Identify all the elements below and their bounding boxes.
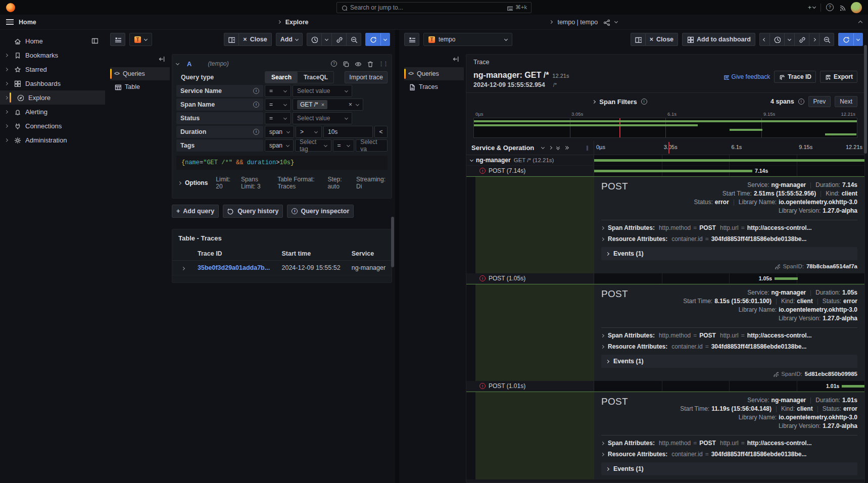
- global-search[interactable]: ⌘+k: [336, 2, 532, 13]
- prev-span-button[interactable]: Prev: [808, 96, 831, 107]
- span-filters-label[interactable]: Span Filters: [599, 98, 637, 106]
- run-query-caret[interactable]: [380, 33, 390, 46]
- collapse-sidebar-icon[interactable]: [158, 55, 165, 62]
- time-picker-caret[interactable]: [785, 33, 795, 46]
- split-button[interactable]: [631, 33, 646, 46]
- trace-id-link[interactable]: 35be0f3d29a01adda7b...: [198, 264, 270, 271]
- span-name-operator[interactable]: =: [265, 99, 291, 111]
- minimap-canvas[interactable]: [473, 118, 857, 138]
- events-row[interactable]: Events (1): [601, 355, 857, 368]
- resource-attributes-row[interactable]: Resource Attributes:container.id=304fd88…: [601, 235, 857, 243]
- span-attributes-row[interactable]: Span Attributes:http.method=POSThttp.url…: [601, 332, 857, 339]
- nav-item-table[interactable]: Table: [110, 80, 170, 93]
- export-button[interactable]: Export: [820, 71, 857, 83]
- chevron-down-icon[interactable]: [614, 20, 618, 23]
- chevron-down-icon[interactable]: [470, 158, 473, 161]
- left-pane-scrollbar[interactable]: [391, 217, 394, 267]
- sidebar-item-dashboards[interactable]: Dashboards: [0, 76, 105, 90]
- hide-query-icon[interactable]: [354, 60, 361, 67]
- pane-split-divider[interactable]: [395, 30, 399, 483]
- run-query-button[interactable]: [838, 33, 853, 46]
- resource-attributes-row[interactable]: Resource Attributes:container.id=304fd88…: [601, 343, 857, 350]
- drag-handle-icon[interactable]: ⋮⋮: [378, 61, 388, 67]
- service-name-operator[interactable]: =: [265, 85, 291, 97]
- user-avatar[interactable]: [851, 2, 862, 13]
- run-query-button[interactable]: [365, 33, 380, 46]
- query-help-icon[interactable]: ?: [331, 61, 337, 67]
- query-options-row[interactable]: Options Limit: 20 Spans Limit: 3 Table F…: [176, 173, 388, 193]
- share-icon[interactable]: [603, 19, 610, 26]
- duplicate-query-icon[interactable]: [342, 60, 349, 67]
- time-picker-button[interactable]: [307, 33, 322, 46]
- collapse-query-icon[interactable]: [176, 61, 179, 65]
- span-name-value[interactable]: GET /*× ×: [293, 99, 363, 111]
- nav-item-queries[interactable]: <> Queries: [404, 67, 464, 80]
- sidebar-item-bookmarks[interactable]: Bookmarks: [0, 48, 105, 62]
- column-service[interactable]: Service: [348, 247, 392, 261]
- queue-list-button[interactable]: [110, 33, 125, 46]
- tab-traceql[interactable]: TraceQL: [298, 72, 334, 83]
- span-bar-cell[interactable]: [594, 155, 864, 166]
- grafana-logo-icon[interactable]: [6, 3, 15, 12]
- span-bar-cell[interactable]: 7.14s: [594, 166, 864, 176]
- resource-attributes-row[interactable]: Resource Attributes:container.id=304fd88…: [601, 451, 857, 458]
- span-bar-cell[interactable]: 1.05s: [594, 273, 864, 284]
- split-button[interactable]: [224, 33, 239, 46]
- tab-search[interactable]: Search: [265, 72, 298, 83]
- tags-operator[interactable]: =: [333, 139, 355, 152]
- mega-menu-toggle[interactable]: [6, 19, 14, 25]
- sidebar-item-home[interactable]: Home: [0, 34, 105, 48]
- news-icon[interactable]: [839, 4, 846, 11]
- column-start-time[interactable]: Start time: [278, 247, 348, 261]
- expand-filters-icon[interactable]: [592, 100, 596, 103]
- sidebar-item-connections[interactable]: Connections: [0, 119, 105, 133]
- close-pane-button[interactable]: × Close: [646, 33, 678, 46]
- span-row[interactable]: !POST (1.01s)1.01s: [466, 381, 864, 392]
- add-to-dashboard-button[interactable]: Add to dashboard: [682, 33, 755, 46]
- collapse-one-icon[interactable]: [541, 146, 545, 149]
- duration-scope[interactable]: span: [265, 126, 294, 138]
- events-row[interactable]: Events (1): [601, 462, 857, 475]
- events-row[interactable]: Events (1): [601, 247, 857, 260]
- nav-item-traces[interactable]: Traces: [404, 80, 464, 93]
- service-name-value[interactable]: Select value: [293, 85, 352, 97]
- collapse-sidebar-icon[interactable]: [452, 55, 459, 62]
- trace-id-button[interactable]: Trace ID: [774, 71, 816, 83]
- zoom-out-button[interactable]: [819, 33, 834, 46]
- time-picker-button[interactable]: [770, 33, 785, 46]
- span-bar-cell[interactable]: 1.01s: [594, 381, 864, 392]
- clear-value-icon[interactable]: ×: [349, 101, 352, 108]
- import-trace-button[interactable]: Import trace: [345, 71, 388, 83]
- span-name-cell[interactable]: !POST (1.05s): [466, 273, 594, 284]
- span-attributes-row[interactable]: Span Attributes:http.method=POSThttp.url…: [601, 224, 857, 231]
- collapse-all-icon[interactable]: [557, 147, 559, 150]
- zoom-out-button[interactable]: [347, 33, 361, 46]
- span-row[interactable]: ng-managerGET /* (12.21s): [466, 155, 864, 166]
- queue-list-button[interactable]: [404, 33, 419, 46]
- query-inspector-button[interactable]: i Query inspector: [287, 205, 354, 218]
- copy-link-button[interactable]: [332, 33, 347, 46]
- expand-row-icon[interactable]: [181, 267, 184, 270]
- column-trace-id[interactable]: Trace ID: [194, 247, 278, 261]
- give-feedback-link[interactable]: Give feedback: [723, 73, 770, 80]
- duration-max-operator[interactable]: <: [374, 126, 388, 138]
- expand-one-icon[interactable]: [549, 146, 552, 150]
- breadcrumb-home[interactable]: Home: [19, 19, 36, 26]
- help-icon[interactable]: ?: [826, 4, 834, 11]
- dock-menu-icon[interactable]: [91, 37, 98, 45]
- span-name-cell[interactable]: ng-managerGET /* (12.21s): [466, 155, 594, 166]
- sidebar-item-administration[interactable]: Administration: [0, 133, 105, 147]
- span-name-cell[interactable]: !POST (7.14s): [466, 166, 594, 176]
- span-attributes-row[interactable]: Span Attributes:http.method=POSThttp.url…: [601, 440, 857, 447]
- duration-operator[interactable]: >: [296, 126, 322, 138]
- span-row[interactable]: !POST (7.14s)7.14s: [466, 166, 864, 176]
- sidebar-item-alerting[interactable]: Alerting: [0, 105, 105, 119]
- search-input[interactable]: [350, 4, 504, 11]
- status-operator[interactable]: =: [265, 112, 291, 124]
- delete-query-icon[interactable]: [366, 60, 373, 67]
- query-ref-letter[interactable]: A: [187, 60, 191, 68]
- run-query-caret[interactable]: [853, 33, 863, 46]
- tags-key[interactable]: Select tag: [295, 139, 331, 152]
- sidebar-item-starred[interactable]: Starred: [0, 62, 105, 76]
- datasource-picker[interactable]: [129, 33, 152, 46]
